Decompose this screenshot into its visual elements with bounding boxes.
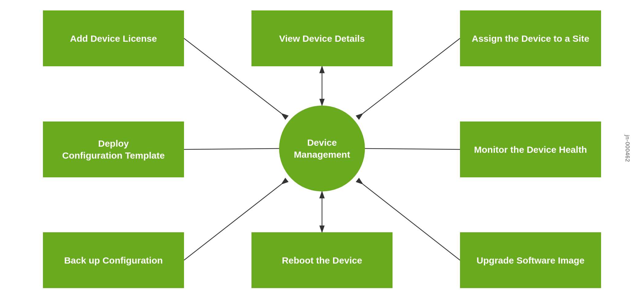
deploy-config-label: Deploy Configuration Template <box>62 137 165 161</box>
svg-line-6 <box>365 148 460 149</box>
box-upgrade-software-image[interactable]: Upgrade Software Image <box>460 232 601 288</box>
watermark: jn-000462 <box>624 135 631 162</box>
svg-line-5 <box>184 148 279 149</box>
box-reboot-device[interactable]: Reboot the Device <box>251 232 393 288</box>
box-view-device-details[interactable]: View Device Details <box>251 10 393 66</box>
diagram-container: Add Device License View Device Details A… <box>0 0 644 297</box>
box-monitor-device-health[interactable]: Monitor the Device Health <box>460 122 601 177</box>
box-assign-device-site[interactable]: Assign the Device to a Site <box>460 10 601 66</box>
box-deploy-config-template[interactable]: Deploy Configuration Template <box>43 122 184 177</box>
center-circle-device-management: Device Management <box>279 106 365 191</box>
box-add-device-license[interactable]: Add Device License <box>43 10 184 66</box>
box-backup-configuration[interactable]: Back up Configuration <box>43 232 184 288</box>
